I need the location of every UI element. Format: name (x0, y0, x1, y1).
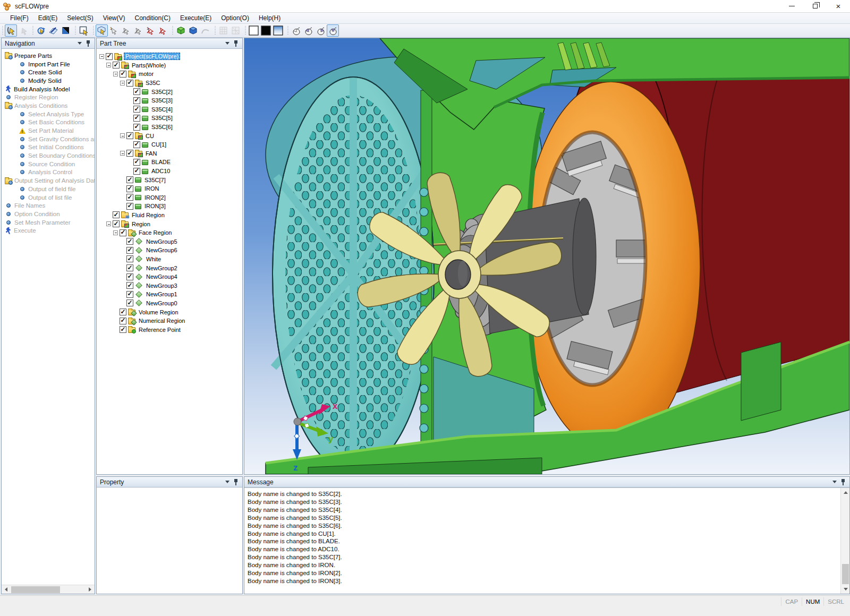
pick-face-add-icon[interactable]: 1 (144, 24, 157, 37)
tree-item-label[interactable]: S35C[6] (150, 124, 174, 130)
tree-item-label[interactable]: Region (131, 221, 151, 227)
tree-row[interactable]: IRON[3] (99, 202, 242, 211)
navigation-item[interactable]: Select Analysis Type (5, 110, 95, 118)
tree-checkbox[interactable] (126, 238, 133, 245)
navigation-item[interactable]: Set Mesh Parameter (5, 218, 95, 227)
tree-checkbox[interactable] (126, 80, 133, 87)
minimize-button[interactable] (780, 0, 803, 12)
pick-body-icon[interactable] (96, 24, 108, 37)
tree-checkbox[interactable] (133, 124, 140, 131)
tree-row[interactable]: S35C[2] (99, 87, 242, 96)
tree-row[interactable]: S35C[7] (99, 175, 242, 184)
tree-row[interactable]: NewGroup2 (99, 263, 242, 272)
tree-item-label[interactable]: S35C[5] (150, 115, 174, 121)
tree-item-label[interactable]: NewGroup6 (145, 247, 178, 253)
mesh-grid-icon[interactable] (217, 24, 230, 37)
tree-item-label[interactable]: NewGroup4 (145, 273, 178, 280)
tree-row[interactable]: NewGroup3 (99, 281, 242, 290)
tree-expander[interactable] (120, 81, 125, 85)
tree-item-label[interactable]: Fluid Region (131, 212, 166, 218)
pick-remove-alt-icon[interactable] (132, 24, 144, 37)
tree-checkbox[interactable] (126, 273, 133, 280)
tree-row[interactable]: Numerical Region (99, 316, 242, 326)
tree-expander[interactable] (113, 72, 118, 76)
tree-row[interactable]: Region (99, 219, 242, 228)
panel-menu-button[interactable] (223, 478, 232, 486)
bg-gradient-swatch[interactable] (272, 24, 284, 37)
panel-menu-button[interactable] (830, 478, 839, 486)
scroll-down-button[interactable] (841, 585, 850, 594)
bg-black-swatch[interactable] (260, 24, 272, 37)
tree-checkbox[interactable] (120, 326, 126, 333)
tree-row[interactable]: FAN (99, 149, 242, 158)
tree-item-label[interactable]: NewGroup2 (145, 265, 178, 271)
message-log[interactable]: Body name is changed to S35C[2].Body nam… (248, 490, 839, 594)
navigation-item[interactable]: Prepare Parts (5, 52, 95, 60)
mouse-mode-3-icon[interactable] (314, 24, 327, 37)
tree-checkbox[interactable] (126, 203, 133, 210)
tree-item-label[interactable]: IRON[3] (143, 203, 167, 209)
tree-item-label[interactable]: NewGroup3 (145, 283, 178, 289)
tree-row[interactable]: S35C[6] (99, 123, 242, 132)
orbit-rotate-icon[interactable] (35, 24, 47, 37)
tree-item-label[interactable]: Project(scFLOWpre) (124, 53, 180, 60)
zoom-area-icon[interactable] (78, 24, 90, 37)
tree-row[interactable]: Fluid Region (99, 211, 242, 220)
pin-button[interactable] (232, 40, 240, 47)
tree-checkbox[interactable] (126, 291, 133, 298)
arc-icon[interactable] (199, 24, 211, 37)
solid-blue-icon[interactable] (187, 24, 199, 37)
tree-checkbox[interactable] (120, 71, 126, 78)
pin-button[interactable] (232, 478, 240, 486)
tree-item-label[interactable]: FAN (144, 150, 158, 157)
tree-item-label[interactable]: CU[1] (150, 141, 167, 148)
view-plane-icon[interactable] (47, 24, 60, 37)
scrollbar-thumb[interactable] (842, 564, 849, 584)
tree-checkbox[interactable] (126, 176, 133, 183)
navigation-item[interactable]: File Names (5, 201, 95, 210)
tree-row[interactable]: Project(scFLOWpre) (99, 52, 242, 61)
navigation-item[interactable]: Option Condition (5, 210, 95, 218)
pin-button[interactable] (84, 40, 92, 47)
panel-menu-button[interactable] (75, 40, 84, 47)
tree-checkbox[interactable] (133, 168, 140, 175)
tree-row[interactable]: ADC10 (99, 167, 242, 176)
tree-checkbox[interactable] (113, 211, 120, 218)
menu-item[interactable]: File(F) (5, 13, 33, 23)
menu-item[interactable]: Help(H) (254, 13, 285, 23)
navigation-item[interactable]: Source Condition (5, 160, 95, 168)
tree-checkbox[interactable] (133, 106, 140, 113)
tree-expander[interactable] (120, 151, 125, 156)
navigation-item[interactable]: Create Solid (5, 68, 95, 76)
tree-checkbox[interactable] (120, 318, 126, 324)
navigation-item[interactable]: Build Analysis Model (5, 85, 95, 93)
close-button[interactable]: × (827, 0, 850, 12)
tree-row[interactable]: NewGroup6 (99, 246, 242, 255)
scroll-up-button[interactable] (841, 488, 850, 497)
tree-row[interactable]: White (99, 255, 242, 264)
menu-item[interactable]: Execute(E) (175, 13, 216, 23)
tree-row[interactable]: CU[1] (99, 140, 242, 149)
tree-checkbox[interactable] (133, 115, 140, 122)
tree-item-label[interactable]: S35C[3] (150, 97, 174, 104)
navigation-item[interactable]: Set Basic Conditions (5, 118, 95, 127)
tree-checkbox[interactable] (133, 97, 140, 104)
scroll-right-button[interactable] (86, 585, 95, 594)
tree-item-label[interactable]: ADC10 (150, 168, 171, 174)
rotate-cursor-disabled-icon[interactable] (17, 24, 29, 37)
tree-row[interactable]: BLADE (99, 158, 242, 167)
tree-row[interactable]: IRON (99, 184, 242, 193)
tree-expander[interactable] (106, 221, 111, 226)
tree-row[interactable]: Parts(Whole) (99, 61, 242, 70)
solid-green-icon[interactable] (175, 24, 187, 37)
tree-checkbox[interactable] (106, 53, 113, 60)
tree-checkbox[interactable] (126, 300, 133, 306)
tree-checkbox[interactable] (126, 150, 133, 157)
panel-menu-button[interactable] (223, 40, 232, 47)
tree-row[interactable]: Reference Point (99, 325, 242, 334)
tree-item-label[interactable]: NewGroup0 (145, 300, 178, 306)
navigation-item[interactable]: Modify Solid (5, 76, 95, 85)
bg-white-swatch[interactable] (248, 24, 260, 37)
tree-item-label[interactable]: Numerical Region (138, 318, 186, 324)
navigation-item[interactable]: Analysis Control (5, 168, 95, 177)
